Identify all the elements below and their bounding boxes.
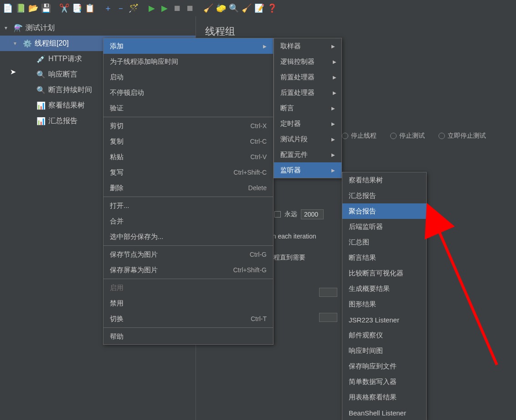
menu-item[interactable]: 取样器▶ [274, 38, 341, 54]
menu-item[interactable]: 察看结果树 [342, 172, 426, 188]
menu-item-label: 复制 [110, 137, 124, 146]
toolbar-sep [53, 2, 57, 14]
menu-item[interactable]: 复制Ctrl-C [103, 134, 273, 149]
menu-item[interactable]: 用表格察看结果 [342, 389, 426, 405]
menu-item[interactable]: 不停顿启动 [103, 85, 273, 100]
cut-icon[interactable]: ✂️ [58, 2, 70, 14]
menu-item-label: 断言结果 [349, 254, 376, 262]
forever-label: 永远 [284, 210, 297, 218]
menu-item[interactable]: 为子线程添加响应时间 [103, 54, 273, 69]
menu-item[interactable]: 比较断言可视化器 [342, 265, 426, 281]
menu-item[interactable]: 删除Delete [103, 180, 273, 196]
menu-item[interactable]: 图形结果 [342, 296, 426, 312]
menu-item-label: 打开... [110, 202, 129, 210]
menu-item-label: 复写 [110, 168, 124, 177]
collapse-icon[interactable]: － [115, 2, 127, 14]
menu-item-label: 启动 [110, 73, 124, 82]
menu-item[interactable]: 逻辑控制器▶ [274, 54, 341, 69]
menu-item[interactable]: 聚合报告 [342, 203, 426, 219]
add-submenu: 取样器▶逻辑控制器▶前置处理器▶后置处理器▶断言▶定时器▶测试片段▶配置元件▶监… [273, 38, 342, 178]
menu-item[interactable]: 切换Ctrl-T [103, 311, 273, 327]
menu-shortcut: Ctrl-G [250, 251, 267, 258]
submenu-arrow-icon: ▶ [333, 59, 336, 64]
menu-item[interactable]: 保存响应到文件 [342, 358, 426, 374]
radio-icon [342, 133, 348, 139]
shutdown-icon[interactable]: ⏹ [184, 2, 196, 14]
stop-icon[interactable]: ⏹ [171, 2, 183, 14]
open-icon[interactable]: 📂 [27, 2, 39, 14]
new-icon[interactable]: 📄 [2, 2, 14, 14]
menu-item[interactable]: 保存屏幕为图片Ctrl+Shift-G [103, 262, 273, 278]
menu-item-label: 启用 [110, 284, 124, 292]
radio-stop-thread[interactable]: 停止线程 [342, 132, 377, 140]
reset-search-icon[interactable]: 🧹 [241, 2, 253, 14]
toolbar: 📄 📗 📂 💾 ✂️ 📑 📋 ＋ － 🪄 ▶ ▶ ⏹ ⏹ 🧹 🧽 🔍 🧹 📝 ❓ [0, 0, 516, 16]
menu-item[interactable]: 断言结果 [342, 250, 426, 265]
menu-item[interactable]: 复写Ctrl+Shift-C [103, 165, 273, 180]
menu-item[interactable]: 断言▶ [274, 100, 341, 116]
menu-item[interactable]: 帮助 [103, 329, 273, 344]
clear-all-icon[interactable]: 🧽 [215, 2, 227, 14]
menu-item[interactable]: 后端监听器 [342, 219, 426, 234]
menu-item[interactable]: 汇总图 [342, 234, 426, 250]
radio-icon [439, 133, 445, 139]
menu-item[interactable]: 合并 [103, 213, 273, 229]
menu-item[interactable]: 验证 [103, 100, 273, 116]
menu-item[interactable]: 测试片段▶ [274, 131, 341, 147]
toolbar-sep [197, 2, 201, 14]
menu-item[interactable]: 定时器▶ [274, 116, 341, 131]
menu-item[interactable]: 添加▶ [103, 38, 273, 54]
context-menu: 添加▶为子线程添加响应时间启动不停顿启动验证剪切Ctrl-X复制Ctrl-C粘贴… [103, 38, 273, 345]
chevron-down-icon[interactable]: ▾ [5, 25, 11, 31]
function-helper-icon[interactable]: 📝 [253, 2, 265, 14]
menu-item[interactable]: 剪切Ctrl-X [103, 118, 273, 134]
chevron-down-icon[interactable]: ▾ [14, 40, 20, 47]
expand-icon[interactable]: ＋ [102, 2, 114, 14]
menu-item[interactable]: 简单数据写入器 [342, 374, 426, 389]
flask-icon: ⚗️ [14, 24, 23, 32]
menu-item[interactable]: 后置处理器▶ [274, 85, 341, 100]
forever-checkbox[interactable] [274, 211, 281, 218]
loop-count-input[interactable]: 2000 [301, 209, 324, 219]
radio-stop-test[interactable]: 停止测试 [390, 132, 425, 140]
submenu-arrow-icon: ▶ [333, 75, 336, 80]
menu-item[interactable]: 生成概要结果 [342, 281, 426, 296]
menu-item[interactable]: 打开... [103, 198, 273, 213]
copy-icon[interactable]: 📑 [71, 2, 83, 14]
tree-root[interactable]: ▾ ⚗️ 测试计划 [0, 20, 196, 36]
paste-icon[interactable]: 📋 [84, 2, 96, 14]
toggle-icon[interactable]: 🪄 [128, 2, 139, 14]
radio-stop-now[interactable]: 立即停止测试 [439, 132, 486, 140]
menu-item-label: 删除 [110, 184, 124, 192]
menu-item[interactable]: BeanShell Listener [342, 405, 426, 420]
menu-item[interactable]: JSR223 Listener [342, 312, 426, 327]
menu-item[interactable]: 粘贴Ctrl-V [103, 149, 273, 165]
run-icon[interactable]: ▶ [146, 2, 158, 14]
menu-item[interactable]: 汇总报告 [342, 188, 426, 203]
submenu-arrow-icon: ▶ [331, 152, 335, 157]
menu-item[interactable]: 监听器▶ [274, 162, 341, 178]
menu-item[interactable]: 前置处理器▶ [274, 69, 341, 85]
search-icon[interactable]: 🔍 [228, 2, 240, 14]
menu-item[interactable]: 保存节点为图片Ctrl-G [103, 247, 273, 262]
menu-item-label: 剪切 [110, 122, 124, 130]
tree-item-label: 响应断言 [48, 70, 77, 79]
submenu-arrow-icon: ▶ [333, 90, 336, 95]
clear-icon[interactable]: 🧹 [202, 2, 214, 14]
tree-item-label: 汇总报告 [48, 116, 77, 126]
menu-item-label: 后置处理器 [280, 88, 315, 97]
menu-item[interactable]: 邮件观察仪 [342, 327, 426, 343]
menu-item[interactable]: 选中部分保存为... [103, 229, 273, 244]
text-input[interactable] [319, 313, 337, 322]
text-input[interactable] [319, 288, 337, 297]
run-nopause-icon[interactable]: ▶ [159, 2, 170, 14]
menu-item[interactable]: 配置元件▶ [274, 147, 341, 162]
menu-item-label: 帮助 [110, 332, 124, 341]
help-icon[interactable]: ❓ [266, 2, 278, 14]
listener-submenu: 察看结果树汇总报告聚合报告后端监听器汇总图断言结果比较断言可视化器生成概要结果图… [342, 172, 427, 420]
menu-item[interactable]: 禁用 [103, 296, 273, 311]
templates-icon[interactable]: 📗 [15, 2, 26, 14]
save-icon[interactable]: 💾 [40, 2, 52, 14]
menu-item[interactable]: 启动 [103, 69, 273, 85]
menu-item[interactable]: 响应时间图 [342, 343, 426, 358]
